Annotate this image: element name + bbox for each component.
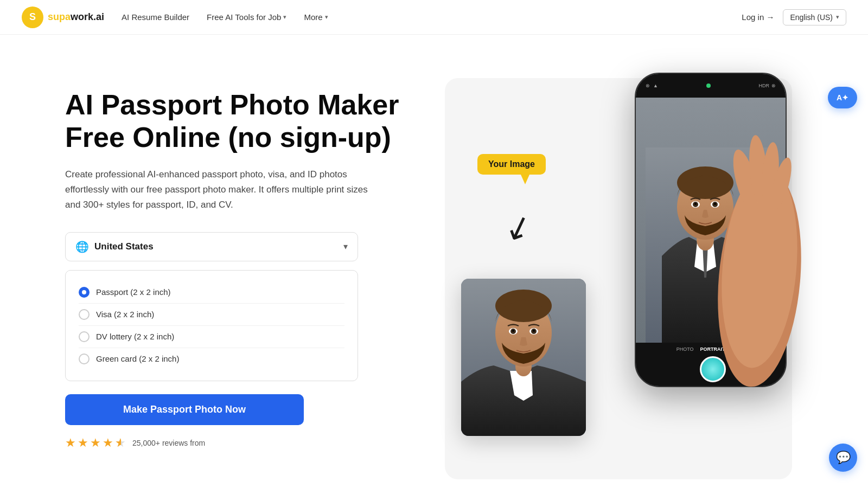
- star-1: ★: [65, 436, 76, 450]
- page-title: AI Passport Photo Maker Free Online (no …: [65, 89, 445, 154]
- placeholder-left: [678, 364, 689, 375]
- output-photo-preview: [461, 279, 586, 436]
- your-image-bubble: Your Image: [477, 154, 546, 175]
- option-dv-lottery-label: DV lottery (2 x 2 inch): [96, 332, 174, 341]
- option-passport[interactable]: Passport (2 x 2 inch): [79, 281, 344, 303]
- radio-dv-lottery[interactable]: [79, 331, 90, 342]
- login-button[interactable]: Log in →: [742, 12, 774, 22]
- logo-text: supawork.ai: [48, 11, 104, 23]
- option-visa-label: Visa (2 x 2 inch): [96, 310, 154, 319]
- page-description: Create professional AI-enhanced passport…: [65, 167, 369, 213]
- chat-button[interactable]: 💬: [829, 444, 857, 472]
- output-photo-card: [461, 279, 586, 436]
- star-2: ★: [78, 436, 88, 450]
- option-passport-label: Passport (2 x 2 inch): [96, 287, 171, 297]
- phone-status: ⊗ ▲: [646, 83, 658, 88]
- chevron-down-icon: ▾: [283, 14, 286, 21]
- star-5-half: ★ ★: [115, 436, 126, 450]
- ai-badge-label: A✦: [837, 93, 848, 102]
- svg-point-24: [512, 330, 514, 332]
- chevron-down-icon: ▾: [325, 14, 328, 21]
- option-visa[interactable]: Visa (2 x 2 inch): [79, 303, 344, 325]
- ai-float-badge[interactable]: A✦: [828, 87, 857, 108]
- hand-illustration: [700, 116, 808, 387]
- navbar-left: S supawork.ai AI Resume Builder Free AI …: [22, 7, 328, 28]
- svg-point-25: [533, 330, 535, 332]
- option-green-card-label: Green card (2 x 2 inch): [96, 354, 179, 363]
- svg-point-14: [694, 203, 697, 205]
- navbar: S supawork.ai AI Resume Builder Free AI …: [0, 0, 868, 35]
- nav-free-tools[interactable]: Free AI Tools for Job ▾: [207, 12, 286, 22]
- chevron-down-icon: ▾: [343, 241, 348, 252]
- language-selector[interactable]: English (US) ▾: [783, 9, 846, 25]
- output-person-svg: [461, 279, 586, 436]
- option-dv-lottery[interactable]: DV lottery (2 x 2 inch): [79, 325, 344, 348]
- make-passport-photo-button[interactable]: Make Passport Photo Now: [65, 394, 304, 425]
- star-rating: ★ ★ ★ ★ ★ ★: [65, 436, 126, 450]
- reviews-text: 25,000+ reviews from: [132, 439, 205, 447]
- radio-passport[interactable]: [79, 287, 90, 298]
- star-4: ★: [103, 436, 113, 450]
- main-content: AI Passport Photo Maker Free Online (no …: [0, 35, 868, 488]
- hand-svg: [700, 116, 808, 398]
- star-3: ★: [90, 436, 101, 450]
- radio-green-card[interactable]: [79, 354, 90, 364]
- reviews-row: ★ ★ ★ ★ ★ ★ 25,000+ reviews from: [65, 436, 445, 450]
- phone-top-bar: ⊗ ▲ HDR ⊗: [636, 74, 786, 98]
- country-selector[interactable]: 🌐 United States ▾: [65, 232, 358, 261]
- globe-icon: 🌐: [75, 240, 89, 253]
- chat-icon: 💬: [836, 451, 851, 465]
- country-left: 🌐 United States: [75, 240, 154, 253]
- country-name: United States: [94, 241, 154, 252]
- left-panel: AI Passport Photo Maker Free Online (no …: [65, 67, 445, 450]
- photo-options-panel: Passport (2 x 2 inch) Visa (2 x 2 inch) …: [65, 270, 358, 381]
- svg-point-19: [495, 290, 552, 322]
- phone-mockup: ⊗ ▲ HDR ⊗: [629, 73, 792, 409]
- nav-resume-builder[interactable]: AI Resume Builder: [122, 12, 189, 22]
- camera-indicator: [706, 84, 711, 88]
- radio-visa[interactable]: [79, 309, 90, 320]
- phone-controls: HDR ⊗: [758, 83, 776, 88]
- nav-more[interactable]: More ▾: [304, 12, 328, 22]
- option-green-card[interactable]: Green card (2 x 2 inch): [79, 348, 344, 370]
- chevron-down-icon: ▾: [836, 14, 839, 21]
- right-panel: Your Image ↙: [445, 56, 825, 479]
- logo-icon: S: [22, 7, 43, 28]
- logo[interactable]: S supawork.ai: [22, 7, 104, 28]
- navbar-right: Log in → English (US) ▾: [742, 9, 846, 25]
